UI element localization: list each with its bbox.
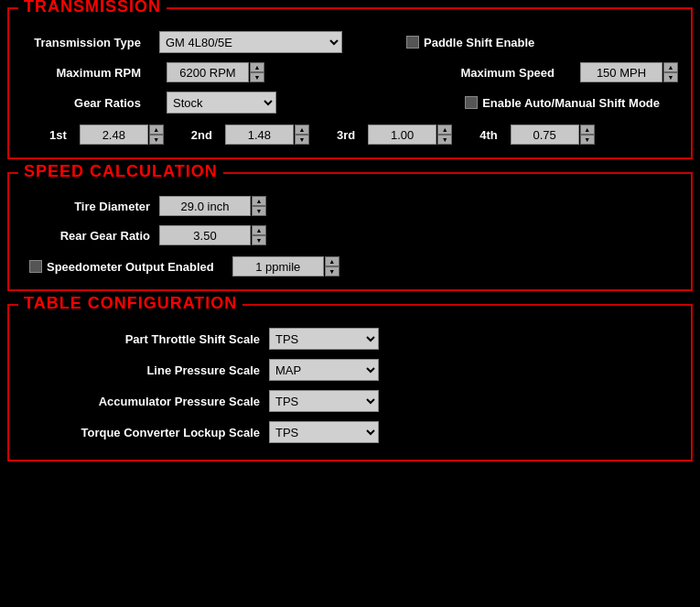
- transmission-type-label: Transmission Type: [22, 36, 141, 49]
- paddle-shift-label: Paddle Shift Enable: [424, 36, 534, 49]
- gear1-spinner: ▲ ▼: [80, 125, 164, 145]
- transmission-section: TRANSMISSION Transmission Type GM 4L80/5…: [7, 7, 693, 159]
- max-speed-spinner: ▲ ▼: [580, 62, 678, 82]
- max-rpm-spinner: ▲ ▼: [167, 62, 264, 82]
- transmission-type-select[interactable]: GM 4L80/5E: [159, 31, 342, 53]
- torque-converter-label: Torque Converter Lockup Scale: [22, 426, 260, 439]
- auto-manual-label: Enable Auto/Manual Shift Mode: [482, 96, 660, 110]
- gear4-spinner: ▲ ▼: [511, 125, 595, 145]
- speedo-down[interactable]: ▼: [325, 266, 339, 276]
- gear3-down[interactable]: ▼: [437, 135, 452, 145]
- gear2-up[interactable]: ▲: [295, 125, 309, 135]
- gear-ratios-select[interactable]: Stock Custom: [167, 92, 276, 114]
- table-configuration-title: TABLE CONFIGURATION: [18, 294, 242, 313]
- max-rpm-input[interactable]: [167, 62, 249, 82]
- max-rpm-down[interactable]: ▼: [250, 72, 264, 82]
- rear-gear-ratio-label: Rear Gear Ratio: [22, 229, 150, 243]
- max-speed-input[interactable]: [580, 62, 662, 82]
- max-rpm-up[interactable]: ▲: [250, 62, 264, 72]
- gear1-label: 1st: [49, 128, 67, 142]
- speedo-checkbox[interactable]: [29, 260, 42, 273]
- transmission-title: TRANSMISSION: [18, 0, 167, 16]
- tire-diameter-label: Tire Diameter: [22, 200, 150, 213]
- gear1-up[interactable]: ▲: [149, 125, 164, 135]
- accumulator-select[interactable]: TPS MAP None: [269, 390, 379, 412]
- max-speed-up[interactable]: ▲: [663, 62, 678, 72]
- part-throttle-label: Part Throttle Shift Scale: [22, 332, 260, 346]
- rear-gear-ratio-input[interactable]: [159, 225, 251, 245]
- part-throttle-select[interactable]: TPS MAP None: [269, 328, 379, 350]
- tire-diameter-spinner: ▲ ▼: [159, 196, 266, 216]
- gear3-spinner: ▲ ▼: [368, 125, 452, 145]
- tire-diameter-input[interactable]: [159, 196, 251, 216]
- tire-diameter-down[interactable]: ▼: [252, 206, 266, 216]
- auto-manual-checkbox[interactable]: [465, 96, 478, 109]
- line-pressure-select[interactable]: TPS MAP None: [269, 359, 379, 381]
- speedo-checkbox-wrap[interactable]: Speedometer Output Enabled: [29, 260, 214, 274]
- torque-converter-select[interactable]: TPS MAP None: [269, 421, 379, 443]
- speedo-up[interactable]: ▲: [325, 256, 339, 266]
- gear2-label: 2nd: [191, 128, 212, 142]
- paddle-shift-checkbox[interactable]: [406, 36, 419, 49]
- speed-calculation-title: SPEED CALCULATION: [18, 162, 223, 181]
- gear4-label: 4th: [479, 128, 498, 142]
- gear2-spinner: ▲ ▼: [225, 125, 309, 145]
- gear2-input[interactable]: [225, 125, 294, 145]
- max-speed-label: Maximum Speed: [460, 66, 555, 80]
- paddle-shift-checkbox-wrap[interactable]: Paddle Shift Enable: [406, 36, 534, 49]
- gear-ratios-label: Gear Ratios: [22, 96, 141, 110]
- max-speed-down[interactable]: ▼: [663, 72, 678, 82]
- speedo-label: Speedometer Output Enabled: [47, 260, 214, 274]
- gear3-input[interactable]: [368, 125, 436, 145]
- gear4-input[interactable]: [511, 125, 579, 145]
- rear-gear-ratio-spinner: ▲ ▼: [159, 225, 266, 245]
- gear1-input[interactable]: [80, 125, 148, 145]
- gear1-down[interactable]: ▼: [149, 135, 164, 145]
- auto-manual-checkbox-wrap[interactable]: Enable Auto/Manual Shift Mode: [465, 96, 660, 110]
- tire-diameter-up[interactable]: ▲: [252, 196, 266, 206]
- gear3-up[interactable]: ▲: [437, 125, 452, 135]
- table-configuration-section: TABLE CONFIGURATION Part Throttle Shift …: [7, 304, 693, 461]
- speed-calculation-section: SPEED CALCULATION Tire Diameter ▲ ▼ Rear…: [7, 172, 693, 291]
- speedo-input[interactable]: [232, 256, 324, 276]
- max-rpm-label: Maximum RPM: [22, 66, 141, 80]
- gear3-label: 3rd: [337, 128, 355, 142]
- gear2-down[interactable]: ▼: [295, 135, 309, 145]
- rear-gear-ratio-up[interactable]: ▲: [252, 225, 266, 235]
- line-pressure-label: Line Pressure Scale: [22, 363, 260, 377]
- gear4-down[interactable]: ▼: [580, 135, 595, 145]
- accumulator-label: Accumulator Pressure Scale: [22, 395, 260, 408]
- gear4-up[interactable]: ▲: [580, 125, 595, 135]
- speedo-spinner: ▲ ▼: [232, 256, 339, 276]
- rear-gear-ratio-down[interactable]: ▼: [252, 235, 266, 245]
